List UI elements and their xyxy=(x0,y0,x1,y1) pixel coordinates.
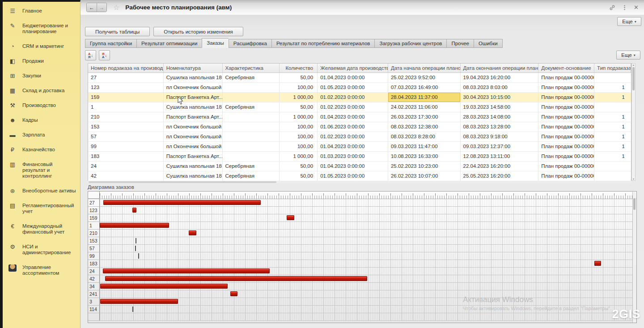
table-cell[interactable]: 1 xyxy=(594,122,631,132)
tab-decryption[interactable]: Расшифровка xyxy=(229,39,271,48)
table-cell[interactable]: 01.02.2023 0:00:00 xyxy=(318,93,388,102)
table-cell[interactable]: 24 xyxy=(88,162,164,171)
link-icon[interactable] xyxy=(609,4,615,11)
table-cell[interactable]: 01.04.2023 0:00:00 xyxy=(318,142,388,151)
table-cell[interactable]: 57 xyxy=(88,132,164,141)
sidebar-item-assortment-management[interactable]: ☻Управление ассортиментом xyxy=(3,260,80,281)
gantt-bar[interactable] xyxy=(287,215,294,220)
selected-cell[interactable]: 28.04.2023 11:37:00 xyxy=(388,93,461,102)
table-cell[interactable]: 100,00 xyxy=(280,132,318,141)
table-cell[interactable]: 1 xyxy=(594,112,631,122)
table-cell[interactable]: 08.03.2023 13:28:00 xyxy=(461,122,539,132)
table-cell[interactable]: Сушилка напольная 18 ... xyxy=(164,102,223,112)
sidebar-item-master-data-administration[interactable]: ⚙НСИ и администрирование xyxy=(3,239,80,260)
sort-ascending-button[interactable]: АЯ↓ xyxy=(85,50,96,60)
table-row[interactable]: 99пл Оконечник большой н...100,0001.04.2… xyxy=(88,142,631,152)
table-cell[interactable]: План продаж 00-0000004... xyxy=(538,93,594,102)
sidebar-item-purchasing[interactable]: ⊞Закупки xyxy=(3,68,80,83)
table-cell[interactable]: 100,00 xyxy=(280,142,318,151)
table-cell[interactable]: План продаж 00-0000004... xyxy=(538,171,594,181)
table-cell[interactable] xyxy=(594,102,631,112)
table-cell[interactable]: 1 xyxy=(594,152,631,161)
sidebar-item-payroll[interactable]: ▬Зарплата xyxy=(3,128,80,142)
gantt-bar[interactable] xyxy=(103,200,260,205)
sort-descending-button[interactable]: ЯА↓ xyxy=(99,50,110,60)
table-vertical-scrollbar[interactable]: ▲ ▼ xyxy=(631,63,636,181)
tab-other[interactable]: Прочее xyxy=(446,39,474,48)
gantt-bar[interactable] xyxy=(105,276,367,281)
table-cell[interactable]: 22.04.2023 16:20:00 xyxy=(461,162,539,171)
gantt-bar[interactable] xyxy=(230,291,238,296)
table-cell[interactable]: 09.03.2023 12:37:00 xyxy=(461,142,539,151)
scroll-up-icon[interactable]: ▲ xyxy=(632,64,635,66)
table-cell[interactable]: 1 xyxy=(594,142,631,151)
table-cell[interactable]: План продаж 00-0000004... xyxy=(538,142,594,151)
sidebar-item-hr[interactable]: ☻Кадры xyxy=(3,113,80,128)
tab-optimization-result[interactable]: Результат оптимизации xyxy=(136,39,202,48)
table-cell[interactable]: Серебряная xyxy=(223,171,280,181)
table-row[interactable]: 1Сушилка напольная 18 ...Серебряная50,00… xyxy=(88,102,631,112)
table-cell[interactable]: 50,00 xyxy=(280,162,318,171)
gantt-bar[interactable] xyxy=(100,284,228,289)
table-cell[interactable]: 08.03.2023 9:18:00 xyxy=(461,132,539,141)
table-cell[interactable]: пл Оконечник большой н... xyxy=(164,122,223,132)
gantt-bar[interactable] xyxy=(103,268,270,273)
table-cell[interactable]: 50,00 xyxy=(280,102,318,112)
gantt-milestone-tick[interactable] xyxy=(138,253,139,259)
sidebar-item-non-current-assets[interactable]: ⊛Внеоборотные активы xyxy=(3,183,80,198)
table-cell[interactable]: План продаж 00-0000004... xyxy=(538,132,594,141)
table-cell[interactable]: 08.03.2023 8:28:00 xyxy=(388,132,461,141)
sidebar-item-treasury[interactable]: ₽Казначейство xyxy=(3,142,80,157)
table-cell[interactable]: 123 xyxy=(88,83,164,92)
table-cell[interactable]: 19.03.2023 14:58:00 xyxy=(461,102,539,112)
table-cell[interactable] xyxy=(223,83,280,92)
table-cell[interactable]: 28.03.2023 14:08:00 xyxy=(461,112,539,122)
sidebar-item-sales[interactable]: ◧Продажи xyxy=(3,54,80,68)
favorite-star-icon[interactable]: ☆ xyxy=(113,3,119,12)
table-cell[interactable]: 210 xyxy=(88,112,164,122)
table-cell[interactable]: 1 000,00 xyxy=(280,152,318,161)
table-cell[interactable] xyxy=(223,152,280,161)
more-button-top[interactable]: Еще xyxy=(617,17,641,26)
table-row[interactable]: 210Паспорт Банкетка Арт...1 000,0001.04.… xyxy=(88,112,631,122)
forward-button[interactable]: → xyxy=(97,3,106,12)
table-cell[interactable]: 01.02.2023 0:00:00 xyxy=(318,102,388,112)
table-cell[interactable] xyxy=(223,93,280,102)
gantt-vertical-scrollbar[interactable] xyxy=(632,192,636,323)
gantt-bar[interactable] xyxy=(100,223,169,228)
table-cell[interactable]: 19.04.2023 16:20:00 xyxy=(461,73,539,82)
table-scroll-thumb[interactable] xyxy=(632,67,635,90)
table-cell[interactable]: План продаж 00-0000004... xyxy=(538,102,594,112)
table-cell[interactable]: 01.05.2023 0:00:00 xyxy=(318,171,388,181)
table-cell[interactable]: 07.03.2023 16:49:00 xyxy=(388,83,461,92)
gantt-bar[interactable] xyxy=(594,261,601,266)
table-cell[interactable]: Серебряная xyxy=(223,102,280,112)
table-row[interactable]: 42Сушилка напольная 18 ...Серебряная50,0… xyxy=(88,171,631,181)
table-cell[interactable]: План продаж 00-0000004... xyxy=(538,73,594,82)
table-cell[interactable]: 25.02.2023 9:52:00 xyxy=(388,73,461,82)
table-cell[interactable]: 100,00 xyxy=(280,122,318,132)
table-horizontal-scrollbar[interactable] xyxy=(88,181,631,183)
table-cell[interactable]: 183 xyxy=(88,152,164,161)
table-cell[interactable]: Паспорт Банкетка Арт... xyxy=(164,112,223,122)
table-cell[interactable]: пл Оконечник большой н... xyxy=(164,132,223,141)
table-cell[interactable]: 42 xyxy=(88,171,164,181)
sidebar-item-crm-marketing[interactable]: ◔CRM и маркетинг xyxy=(3,39,80,54)
table-cell[interactable]: Паспорт Банкетка Арт.... xyxy=(164,152,223,161)
table-cell[interactable]: 1 xyxy=(594,132,631,141)
table-cell[interactable]: 08.03.2023 12:38:00 xyxy=(388,122,461,132)
table-cell[interactable] xyxy=(223,142,280,151)
table-cell[interactable] xyxy=(223,122,280,132)
sidebar-item-regulated-accounting[interactable]: ▤Регламентированный учет xyxy=(3,198,80,219)
table-cell[interactable]: План продаж 00-0000004... xyxy=(538,152,594,161)
sidebar-item-international-financial-accounting[interactable]: €Международный финансовый учет xyxy=(3,219,80,239)
table-cell[interactable]: 01.04.2023 0:00:00 xyxy=(318,162,388,171)
table-cell[interactable]: 100,00 xyxy=(280,83,318,92)
table-cell[interactable]: 12.08.2023 13:11:00 xyxy=(461,152,539,161)
table-row[interactable]: 27Сушилка напольная 18 ...Серебряная50,0… xyxy=(88,73,631,83)
table-cell[interactable]: 153 xyxy=(88,122,164,132)
table-cell[interactable]: Сушилка напольная 18 ... xyxy=(164,162,223,171)
table-cell[interactable]: 24.02.2023 11:06:00 xyxy=(388,102,461,112)
tab-work-centers-load[interactable]: Загрузка рабочих центров xyxy=(374,39,446,48)
table-cell[interactable]: План продаж 00-0000004... xyxy=(538,122,594,132)
